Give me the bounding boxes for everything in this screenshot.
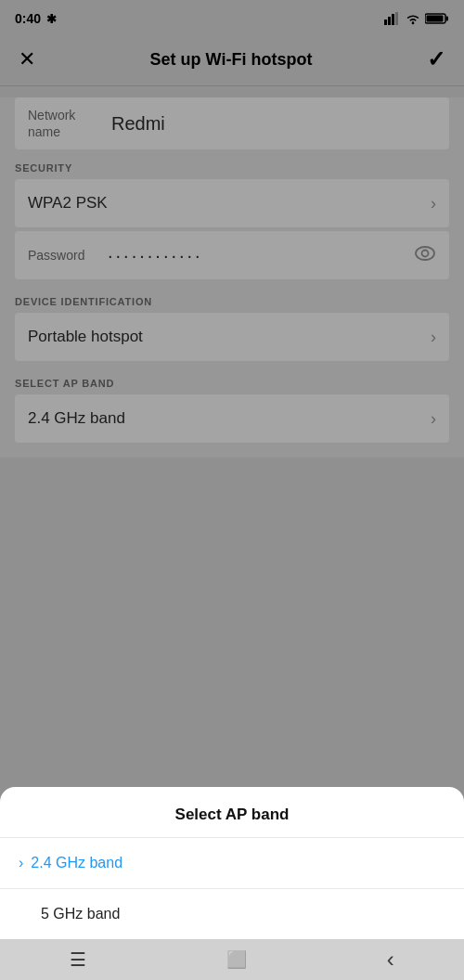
band-option-5ghz-label: 5 GHz band [41, 906, 120, 922]
band-option-2-4ghz[interactable]: › 2.4 GHz band [0, 838, 464, 889]
selected-chevron-icon: › [19, 855, 23, 871]
bottom-sheet-title: Select AP band [0, 787, 464, 838]
band-option-5ghz[interactable]: 5 GHz band [0, 889, 464, 939]
band-option-2-4ghz-label: 2.4 GHz band [31, 855, 122, 871]
bottom-sheet: Select AP band › 2.4 GHz band 5 GHz band [0, 787, 464, 939]
